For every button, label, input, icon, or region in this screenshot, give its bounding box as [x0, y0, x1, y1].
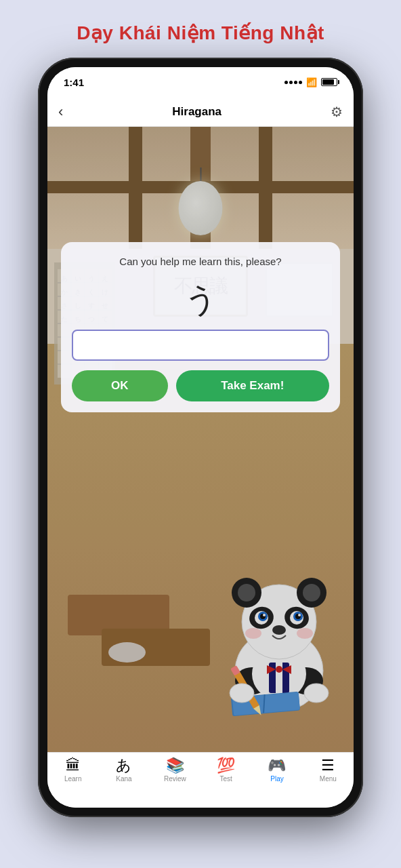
tab-review-label: Review — [164, 775, 186, 783]
take-exam-button[interactable]: Take Exam! — [176, 370, 329, 401]
tab-menu[interactable]: ☰ Menu — [303, 758, 354, 783]
nav-title: Hiragana — [172, 105, 221, 119]
test-icon: 💯 — [217, 758, 235, 773]
ok-button[interactable]: OK — [72, 370, 168, 401]
signal-icon — [284, 81, 302, 84]
tab-test[interactable]: 💯 Test — [200, 758, 251, 783]
nav-bar: ‹ Hiragana ⚙ — [47, 97, 354, 127]
page-title: Dạy Khái Niệm Tiếng Nhật — [77, 22, 324, 44]
dialog-buttons: OK Take Exam! — [72, 370, 329, 401]
tab-play[interactable]: 🎮 Play — [251, 758, 302, 783]
answer-input[interactable] — [72, 330, 329, 361]
tab-kana[interactable]: あ Kana — [98, 758, 149, 783]
tab-bar: 🏛 Learn あ Kana 📚 Review 💯 Test 🎮 Play ☰ — [47, 752, 354, 808]
dialog-question: Can you help me learn this, please? — [72, 256, 329, 267]
kana-icon: あ — [116, 758, 131, 773]
back-button[interactable]: ‹ — [58, 103, 63, 121]
learn-icon: 🏛 — [66, 758, 81, 773]
dialog-overlay — [47, 127, 354, 752]
dialog-box: Can you help me learn this, please? う OK… — [61, 242, 340, 412]
review-icon: 📚 — [166, 758, 184, 773]
tab-play-label: Play — [270, 775, 283, 783]
settings-button[interactable]: ⚙ — [331, 104, 343, 120]
tab-kana-label: Kana — [116, 775, 131, 783]
battery-icon — [321, 78, 337, 86]
status-icons: 📶 — [284, 77, 337, 87]
tab-review[interactable]: 📚 Review — [150, 758, 200, 783]
main-content: 不思議 — [47, 127, 354, 752]
wifi-icon: 📶 — [306, 77, 317, 87]
tab-test-label: Test — [219, 775, 232, 783]
phone-shell: 1:41 📶 ‹ Hiragana ⚙ — [38, 58, 363, 817]
status-time: 1:41 — [64, 77, 84, 88]
tab-learn-label: Learn — [64, 775, 82, 783]
tab-menu-label: Menu — [320, 775, 337, 783]
phone-screen: 1:41 📶 ‹ Hiragana ⚙ — [47, 67, 354, 808]
play-icon: 🎮 — [268, 758, 286, 773]
tab-learn[interactable]: 🏛 Learn — [47, 758, 98, 783]
dialog-character: う — [72, 278, 329, 321]
menu-icon: ☰ — [321, 758, 335, 773]
status-bar: 1:41 📶 — [47, 67, 354, 97]
